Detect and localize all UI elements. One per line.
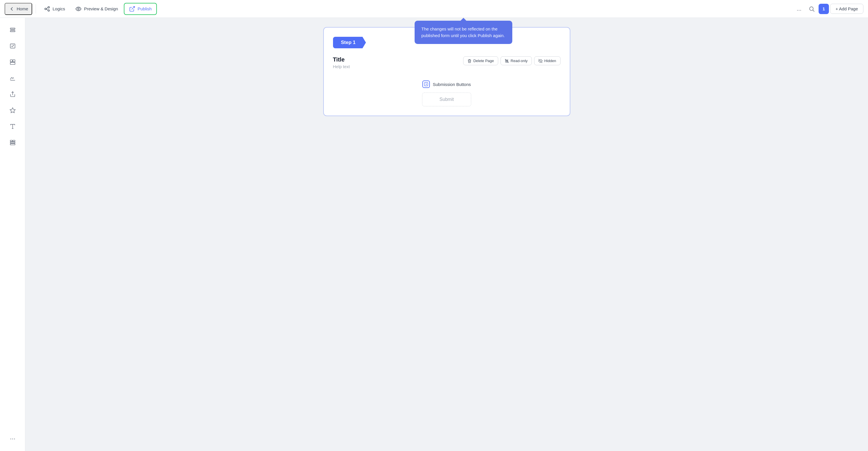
publish-icon bbox=[129, 6, 135, 12]
form-title: Title bbox=[333, 56, 350, 63]
preview-design-button[interactable]: Preview & Design bbox=[71, 3, 122, 14]
svg-rect-24 bbox=[13, 140, 14, 142]
read-only-label: Read-only bbox=[510, 59, 528, 63]
add-page-button[interactable]: + Add Page bbox=[830, 4, 863, 14]
submission-section: Submission Buttons Submit bbox=[333, 81, 561, 107]
page-actions: Delete Page Read-only bbox=[463, 56, 560, 65]
svg-point-29 bbox=[14, 439, 15, 440]
svg-point-2 bbox=[48, 9, 50, 11]
signature-icon bbox=[9, 75, 16, 81]
publish-tooltip: The changes will not be reflected on the… bbox=[414, 21, 512, 44]
svg-line-6 bbox=[132, 6, 134, 9]
delete-page-label: Delete Page bbox=[473, 59, 494, 63]
nav-divider bbox=[36, 4, 36, 13]
sidebar-item-widget[interactable] bbox=[5, 55, 20, 69]
preview-design-label: Preview & Design bbox=[84, 6, 118, 11]
title-section: Title Help text Delete Page bbox=[333, 56, 561, 69]
top-nav: Home Logics Preview & Design Publish The… bbox=[0, 0, 868, 18]
search-button[interactable] bbox=[806, 3, 817, 14]
svg-rect-10 bbox=[10, 28, 15, 29]
svg-line-4 bbox=[46, 9, 48, 10]
svg-point-27 bbox=[10, 439, 11, 440]
star-icon bbox=[9, 107, 16, 114]
tooltip-text: The changes will not be reflected on the… bbox=[422, 26, 505, 38]
layout-icon bbox=[9, 140, 16, 146]
search-icon bbox=[808, 6, 815, 12]
home-button[interactable]: Home bbox=[5, 3, 32, 15]
logics-icon bbox=[44, 6, 50, 12]
read-only-icon bbox=[505, 59, 509, 63]
tooltip-arrow bbox=[461, 18, 466, 21]
step-badge: Step 1 bbox=[333, 37, 366, 48]
step-label: Step 1 bbox=[341, 40, 356, 45]
page-number-badge: 1 bbox=[818, 4, 829, 14]
chevron-left-icon bbox=[9, 6, 15, 12]
svg-line-3 bbox=[46, 7, 48, 8]
sidebar-item-text[interactable] bbox=[5, 119, 20, 134]
svg-marker-20 bbox=[10, 108, 15, 113]
svg-rect-17 bbox=[13, 60, 14, 62]
main-layout: Step 1 Title Help text Delete Page bbox=[0, 18, 868, 451]
text-icon bbox=[9, 123, 16, 130]
widget-icon bbox=[9, 59, 16, 65]
submission-buttons-label-row: Submission Buttons bbox=[422, 81, 471, 88]
preview-icon bbox=[75, 6, 82, 12]
hidden-button[interactable]: Hidden bbox=[534, 56, 560, 65]
svg-point-0 bbox=[45, 8, 46, 10]
submit-button-preview[interactable]: Submit bbox=[422, 93, 471, 107]
more-button[interactable]: ... bbox=[793, 3, 805, 14]
add-page-label: + Add Page bbox=[836, 6, 858, 11]
svg-point-28 bbox=[12, 439, 13, 440]
submission-buttons-icon bbox=[422, 81, 430, 88]
svg-rect-32 bbox=[424, 83, 428, 86]
publish-button[interactable]: Publish bbox=[124, 3, 157, 15]
delete-page-button[interactable]: Delete Page bbox=[463, 56, 498, 65]
svg-point-7 bbox=[134, 6, 135, 7]
submission-buttons-label: Submission Buttons bbox=[433, 82, 471, 87]
hidden-icon bbox=[538, 59, 542, 63]
sidebar-item-layout[interactable] bbox=[5, 135, 20, 150]
sidebar-item-form-fields[interactable] bbox=[5, 23, 20, 37]
page-number: 1 bbox=[823, 6, 825, 11]
sidebar bbox=[0, 18, 25, 451]
svg-rect-23 bbox=[10, 140, 12, 142]
publish-label: Publish bbox=[137, 6, 152, 11]
svg-rect-11 bbox=[10, 31, 15, 32]
more-horizontal-icon bbox=[9, 436, 16, 442]
form-title-group: Title Help text bbox=[333, 56, 350, 69]
svg-rect-25 bbox=[10, 142, 15, 143]
sidebar-item-share[interactable] bbox=[5, 87, 20, 102]
more-dots-label: ... bbox=[797, 5, 802, 12]
svg-rect-26 bbox=[10, 144, 15, 145]
svg-point-8 bbox=[810, 7, 813, 10]
form-help-text: Help text bbox=[333, 64, 350, 69]
logics-button[interactable]: Logics bbox=[39, 3, 69, 14]
hidden-label: Hidden bbox=[544, 59, 556, 63]
trash-icon bbox=[467, 59, 471, 63]
sidebar-item-signature[interactable] bbox=[5, 71, 20, 86]
home-label: Home bbox=[17, 6, 28, 11]
svg-rect-16 bbox=[10, 60, 12, 62]
checklist-icon bbox=[9, 43, 16, 49]
logics-label: Logics bbox=[53, 6, 65, 11]
read-only-button[interactable]: Read-only bbox=[500, 56, 532, 65]
share-icon bbox=[9, 91, 16, 97]
sidebar-item-favorites[interactable] bbox=[5, 103, 20, 118]
content-area: Step 1 Title Help text Delete Page bbox=[25, 18, 868, 451]
arrow-right-square-icon bbox=[424, 82, 428, 87]
svg-point-5 bbox=[78, 8, 80, 10]
svg-point-1 bbox=[48, 6, 50, 8]
sidebar-item-more[interactable] bbox=[5, 431, 20, 446]
sidebar-item-checklist[interactable] bbox=[5, 38, 20, 54]
svg-rect-15 bbox=[10, 62, 15, 64]
svg-line-9 bbox=[813, 10, 814, 11]
submit-label: Submit bbox=[440, 97, 454, 102]
form-fields-icon bbox=[9, 27, 16, 33]
